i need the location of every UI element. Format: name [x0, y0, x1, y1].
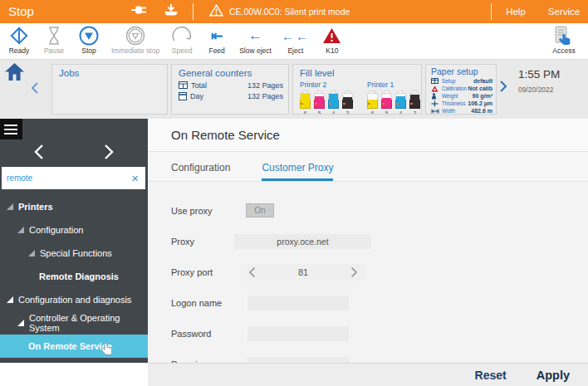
toolbar-button-slow-eject[interactable]: ← Slow eject	[234, 25, 277, 55]
paper-setup-rows: Setup default Calibration Not calib Weig…	[426, 78, 496, 115]
logon-name-field[interactable]	[247, 296, 349, 310]
clear-search-icon[interactable]: ×	[131, 172, 139, 184]
counter-row: Total 132 Pages	[179, 81, 283, 90]
home-icon[interactable]	[4, 62, 25, 85]
tab-configuration[interactable]: Configuration	[171, 162, 230, 181]
counter-value: 132 Pages	[247, 81, 283, 90]
sidebar-nav-list: Printers Configuration Special Functions…	[0, 195, 148, 358]
clock-time: 1:55 PM	[518, 68, 560, 81]
sidebar-item-controller-operating-system[interactable]: Controller & Operating System	[0, 311, 148, 335]
stepper-decrease-icon[interactable]	[241, 266, 263, 278]
toolbar-button-speed[interactable]: Speed	[164, 25, 199, 55]
ink-bottle-black: 3	[342, 90, 353, 115]
use-proxy-label: Use proxy	[171, 206, 246, 216]
apply-button[interactable]: Apply	[537, 369, 570, 382]
toolbar-button-label: Speed	[169, 46, 194, 55]
jobs-panel[interactable]: Jobs	[51, 64, 168, 115]
proxy-field[interactable]: proxy.oce.net	[234, 234, 371, 249]
logon-name-label: Logon name	[171, 298, 246, 308]
expander-triangle-icon[interactable]	[7, 296, 13, 303]
use-proxy-toggle[interactable]: On	[246, 203, 274, 217]
paper-setup-label: Calibration	[442, 86, 468, 91]
ink-bottle-yellow: 6	[367, 90, 378, 115]
expander-triangle-icon[interactable]	[28, 250, 35, 257]
toolbar-button-immediate-stop[interactable]: Immediate stop	[106, 25, 164, 55]
counter-label: Day	[190, 92, 247, 100]
toolbar-button-feed[interactable]: ⇤ Feed	[199, 25, 234, 55]
service-button[interactable]: Service	[540, 7, 588, 17]
action-toolbar: Ready Pause Stop Immediate stop Speed ⇤ …	[0, 23, 588, 60]
fill-level-panel[interactable]: Fill level Printer 2 6 5 4 3 Printer 1	[292, 64, 422, 115]
toolbar-button-stop[interactable]: Stop	[71, 25, 106, 55]
paper-setup-title: Paper setup	[431, 67, 496, 77]
ink-slot-number: 5	[314, 110, 325, 115]
proxy-port-value[interactable]: 81	[298, 267, 308, 277]
sidebar-item-label: Controller & Operating System	[29, 313, 148, 333]
feed-icon: ⇤	[204, 25, 229, 46]
setup-icon	[431, 78, 439, 84]
proxy-port-stepper: 81	[241, 264, 365, 281]
paper-setup-value: 106.2 µm	[468, 100, 492, 107]
general-counters-title: General counters	[179, 68, 288, 79]
sidebar-item-remote-diagnosis[interactable]: Remote Diagnosis	[0, 265, 148, 288]
ink-slot-number: 6	[300, 110, 311, 115]
toolbar-button-label: Slow eject	[239, 46, 272, 55]
tab-customer-proxy[interactable]: Customer Proxy	[262, 162, 333, 181]
toolbar-button-pause[interactable]: Pause	[37, 25, 71, 55]
sidebar-item-printers[interactable]: Printers	[0, 195, 148, 218]
toolbar-button-label: Access	[551, 46, 576, 55]
form-row-password: Password	[171, 318, 588, 349]
main-content: On Remote Service ConfigurationCustomer …	[148, 119, 588, 363]
form-row-logon-name: Logon name	[171, 287, 588, 318]
access-icon	[551, 25, 576, 46]
ink-slot-number: 3	[409, 110, 420, 115]
strip-scroll-left-icon[interactable]	[31, 81, 39, 98]
printer-name: Printer 2	[300, 81, 353, 89]
toolbar-button-access[interactable]: Access	[546, 25, 581, 55]
help-button[interactable]: Help	[492, 7, 540, 17]
sidebar-item-configuration[interactable]: Configuration	[0, 218, 148, 242]
toolbar-button-label: Ready	[7, 46, 32, 55]
alert-text: CE.00W.0C0: Silent print mode	[229, 7, 350, 17]
expander-triangle-icon[interactable]	[17, 227, 24, 233]
toolbar-button-label: Eject	[282, 46, 310, 55]
expander-triangle-icon[interactable]	[17, 320, 24, 326]
paper-setup-row: Setup default	[431, 78, 492, 85]
mouse-cursor-icon	[101, 342, 114, 358]
expander-triangle-icon[interactable]	[7, 203, 13, 210]
form-row-use-proxy: Use proxy On	[171, 195, 588, 226]
paper-setup-row: Calibration Not calib	[431, 86, 492, 92]
sidebar-search: ×	[2, 167, 145, 189]
toolbar-button-label: Stop	[76, 46, 101, 55]
paper-setup-label: Width	[442, 108, 471, 114]
sidebar-item-special-functions[interactable]: Special Functions	[0, 242, 148, 265]
ink-slot-number: 4	[328, 110, 339, 115]
sidebar-item-label: Configuration	[29, 225, 83, 235]
toolbar-button-eject[interactable]: ←← Eject	[277, 25, 315, 55]
menu-hamburger-icon[interactable]	[0, 119, 22, 139]
toolbar-items: Ready Pause Stop Immediate stop Speed ⇤ …	[2, 25, 350, 55]
paper-setup-row: Width 482.6 m	[431, 108, 492, 115]
toolbar-button-label: Feed	[204, 46, 229, 55]
sidebar-item-configuration-and-diagnosis[interactable]: Configuration and diagnosis	[0, 288, 148, 311]
password-field[interactable]	[247, 326, 349, 341]
strip-scroll-right-icon[interactable]	[499, 80, 507, 96]
counter-value: 132 Pages	[247, 92, 283, 100]
toolbar-button-ready[interactable]: Ready	[2, 25, 37, 55]
counter-row: Day 132 Pages	[179, 92, 283, 100]
toolbar-button-k10[interactable]: K10	[315, 25, 350, 55]
weight-icon	[431, 93, 439, 100]
sidebar-item-on-remote-service[interactable]: On Remote Service	[0, 335, 148, 358]
paper-setup-panel[interactable]: Paper setup Setup default Calibration No…	[425, 64, 497, 115]
password-label: Password	[171, 329, 246, 339]
stepper-increase-icon[interactable]	[343, 266, 365, 278]
search-input[interactable]	[2, 173, 131, 183]
printer-name: Printer 1	[367, 81, 420, 89]
ink-bottle-magenta: 5	[314, 90, 325, 115]
paper-setup-row: Weight 90 g/m²	[431, 93, 492, 100]
reset-button[interactable]: Reset	[475, 369, 507, 382]
nav-forward-icon[interactable]	[104, 144, 115, 164]
form-row-proxy: Proxy proxy.oce.net	[171, 226, 588, 257]
nav-back-icon[interactable]	[33, 144, 44, 164]
general-counters-panel[interactable]: General counters Total 132 Pages Day 132…	[171, 64, 289, 115]
